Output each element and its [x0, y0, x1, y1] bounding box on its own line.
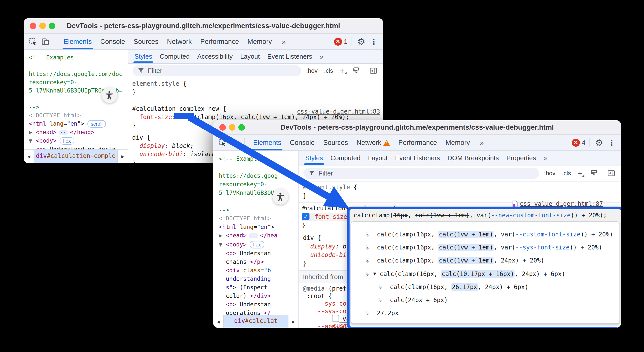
inspect-element-icon[interactable] — [217, 137, 228, 148]
kebab-menu-icon[interactable]: ⋮ — [606, 137, 617, 148]
tab-properties[interactable]: Properties — [506, 151, 536, 165]
code-token[interactable]: --new-custom-font-size — [491, 212, 571, 219]
tab-layout[interactable]: Layout — [368, 151, 388, 165]
code-token: clamp — [372, 212, 390, 219]
code-token: div { — [132, 134, 150, 141]
filter-input[interactable]: Filter — [133, 65, 301, 76]
checkbox-checked-icon[interactable] — [302, 213, 309, 220]
more-tabs-icon[interactable]: » — [319, 52, 324, 61]
breadcrumb-back-icon[interactable]: ◀ — [213, 315, 224, 328]
breadcrumb-forward-icon[interactable]: ▶ — [288, 315, 298, 328]
accessibility-overlay-icon[interactable] — [101, 87, 117, 103]
more-tabs-icon[interactable]: » — [543, 154, 548, 162]
settings-gear-icon[interactable]: ⚙ — [356, 36, 367, 47]
element-classes-button[interactable]: .cls — [562, 170, 571, 177]
code-token: { — [350, 184, 357, 191]
code-line: <div class="b — [219, 266, 298, 275]
code-token: https://docs.goog — [219, 172, 278, 179]
tab-elements[interactable]: Elements — [253, 135, 281, 150]
code-token: ( — [390, 212, 393, 219]
toggle-element-state-button[interactable]: :hov — [306, 67, 317, 74]
tab-network[interactable]: Network — [167, 34, 192, 49]
code-token: </div> — [250, 293, 271, 299]
tab-styles[interactable]: Styles — [305, 151, 323, 165]
new-style-rule-button[interactable]: + — [577, 171, 582, 176]
code-line: ↳ calc(clamp(16px, calc(1vw + 1em), var(… — [365, 228, 619, 241]
code-line: --> — [219, 206, 298, 214]
code-token: </head> — [70, 129, 94, 135]
rendering-brush-icon[interactable] — [589, 168, 599, 179]
stylesheet-source-link[interactable]: css-value-d…ger.html:83 — [297, 108, 380, 115]
trace-step-icon: ↳ — [365, 244, 370, 251]
sidebar-toggle-icon[interactable] — [368, 65, 379, 76]
tab-sources[interactable]: Sources — [134, 34, 158, 49]
element-badge[interactable]: scroll — [87, 120, 106, 128]
dom-tree-pane[interactable]: <!-- Exampleshttps://docs.googresourceke… — [213, 151, 299, 328]
code-token: Understan — [236, 250, 271, 256]
code-token: #calculation-complex-new { — [132, 105, 226, 112]
sidebar-toggle-icon[interactable] — [606, 168, 616, 179]
tab-memory[interactable]: Memory — [247, 34, 272, 49]
titlebar[interactable]: DevTools - peters-css-playground.glitch.… — [213, 120, 621, 135]
code-token: understanding — [219, 276, 271, 282]
tab-elements[interactable]: Elements — [64, 34, 92, 49]
tab-label: Network — [357, 139, 381, 147]
error-count-badge[interactable]: ✕ 1 — [334, 38, 348, 46]
device-toolbar-icon[interactable] — [40, 36, 51, 47]
code-token: )) + 20%) — [570, 244, 602, 251]
tab-styles[interactable]: Styles — [134, 50, 152, 63]
accessibility-overlay-icon[interactable] — [272, 189, 288, 205]
checkbox-unchecked-icon[interactable] — [332, 315, 339, 322]
device-toolbar-icon[interactable] — [230, 137, 240, 148]
code-token: chains — [219, 258, 250, 265]
inspect-element-icon[interactable] — [28, 36, 38, 47]
element-badge[interactable]: flex — [250, 241, 264, 248]
code-line: <p> Understan — [219, 249, 298, 257]
tab-accessibility[interactable]: Accessibility — [197, 50, 233, 63]
breadcrumb-back-icon[interactable]: ◀ — [24, 150, 34, 163]
code-token — [240, 267, 243, 274]
element-classes-button[interactable]: .cls — [324, 67, 333, 74]
tab-label: Computed — [331, 154, 361, 162]
element-badge[interactable]: ⋯ — [59, 130, 68, 135]
element-badge[interactable]: ⋯ — [249, 233, 258, 238]
inherited-from-label: Inherited from — [303, 273, 343, 281]
tab-event-listeners[interactable]: Event Listeners — [395, 151, 440, 165]
kebab-menu-icon[interactable]: ⋮ — [369, 36, 379, 47]
breadcrumb-forward-icon[interactable]: ▶ — [117, 150, 128, 163]
stylesheet-source-link[interactable]: css-value-d…ger.html:87 — [512, 200, 603, 207]
code-token[interactable]: --custom-font-size — [515, 231, 580, 238]
tab-performance[interactable]: Performance — [200, 34, 239, 49]
rendering-brush-icon[interactable] — [351, 65, 362, 76]
tab-event-listeners[interactable]: Event Listeners — [267, 50, 312, 63]
more-tabs-icon[interactable]: » — [282, 37, 286, 46]
tab-memory[interactable]: Memory — [445, 135, 470, 150]
tab-console[interactable]: Console — [290, 135, 315, 150]
tab-performance[interactable]: Performance — [398, 135, 437, 150]
titlebar[interactable]: DevTools - peters-css-playground.glitch.… — [24, 18, 383, 34]
filter-input[interactable]: Filter — [303, 168, 539, 179]
tab-console[interactable]: Console — [100, 34, 125, 49]
code-token: 26.17px — [451, 283, 478, 291]
dom-tree-pane[interactable]: <!-- Exampleshttps://docs.google.com/doc… — [24, 50, 128, 163]
code-token: 5_l7VKnhaUl6B3QU — [219, 190, 274, 196]
element-badge[interactable]: flex — [60, 137, 74, 145]
code-token: en — [260, 224, 267, 230]
code-line: color) </div> — [219, 292, 298, 300]
breadcrumb[interactable]: div#calculation-comple — [34, 150, 117, 163]
toggle-element-state-button[interactable]: :hov — [544, 170, 555, 177]
tab-layout[interactable]: Layout — [240, 50, 260, 63]
settings-gear-icon[interactable]: ⚙ — [594, 137, 604, 148]
breadcrumb[interactable]: div#calculat — [224, 315, 288, 328]
tab-dom-breakpoints[interactable]: DOM Breakpoints — [447, 151, 499, 165]
tab-network[interactable]: Network — [357, 135, 390, 150]
more-tabs-icon[interactable]: » — [480, 138, 484, 147]
new-style-rule-button[interactable]: + — [340, 68, 345, 73]
tab-sources[interactable]: Sources — [323, 135, 348, 150]
error-count-badge[interactable]: ✕ 4 — [572, 139, 585, 147]
styles-rules-pane[interactable]: element.style {} #calculation-complex-ne… — [299, 182, 621, 328]
css-value-trace-popup[interactable]: calc(clamp(16px, calc(1vw + 1em), var(--… — [347, 207, 621, 328]
code-token[interactable]: --sys-font-size — [515, 244, 570, 251]
tab-computed[interactable]: Computed — [331, 151, 361, 165]
tab-computed[interactable]: Computed — [160, 50, 190, 63]
